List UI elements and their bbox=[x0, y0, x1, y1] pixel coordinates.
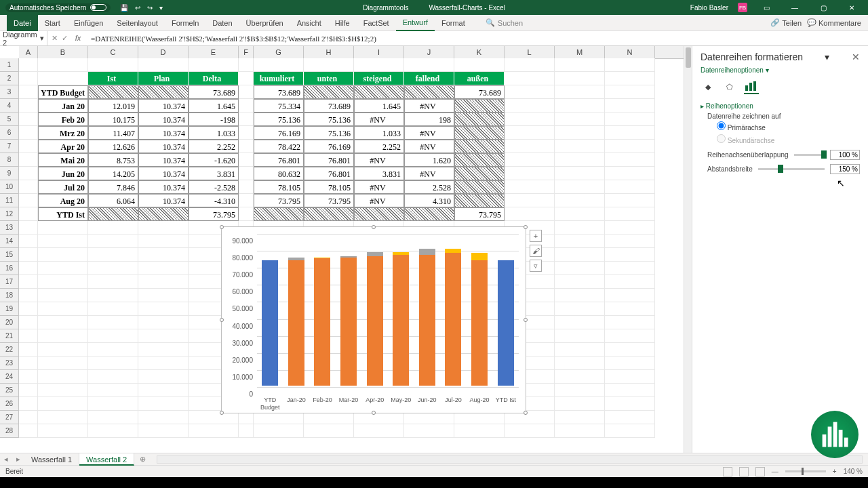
cell[interactable] bbox=[404, 424, 454, 438]
formula-input[interactable]: =DATENREIHE('Wasserfall 2'!$H$2;'Wasserf… bbox=[88, 35, 868, 43]
cell[interactable] bbox=[19, 85, 38, 99]
tab-nav-prev[interactable]: ◂ bbox=[0, 455, 12, 464]
col-header[interactable]: D bbox=[138, 46, 189, 58]
bar-segment[interactable] bbox=[340, 256, 357, 258]
cell[interactable] bbox=[404, 85, 454, 99]
cell[interactable] bbox=[19, 316, 38, 329]
cell[interactable] bbox=[19, 248, 38, 262]
row-header[interactable]: 12 bbox=[0, 207, 19, 221]
row-header[interactable]: 23 bbox=[0, 357, 19, 370]
cell[interactable] bbox=[555, 194, 605, 207]
cell[interactable]: 3.831 bbox=[354, 167, 404, 180]
row-header[interactable]: 4 bbox=[0, 99, 19, 113]
cell[interactable] bbox=[88, 248, 138, 262]
cell[interactable] bbox=[88, 207, 138, 221]
cell[interactable]: Jan 20 bbox=[38, 99, 88, 113]
cell[interactable]: 10.374 bbox=[138, 180, 189, 194]
cell[interactable]: 12.019 bbox=[88, 99, 138, 113]
ribbon-tab-überprüfen[interactable]: Überprüfen bbox=[239, 15, 290, 31]
undo-icon[interactable]: ↩ bbox=[135, 4, 140, 12]
cell[interactable]: YTD Ist bbox=[38, 207, 88, 221]
cell[interactable] bbox=[19, 302, 38, 316]
cell[interactable] bbox=[505, 180, 555, 194]
cell[interactable]: Feb 20 bbox=[38, 113, 88, 126]
cell[interactable] bbox=[555, 58, 605, 72]
cell[interactable] bbox=[555, 384, 605, 397]
cell[interactable] bbox=[38, 72, 88, 85]
col-header[interactable]: G bbox=[254, 46, 304, 58]
cell[interactable] bbox=[555, 275, 605, 289]
row-header[interactable]: 7 bbox=[0, 140, 19, 153]
ribbon-tab-einfügen[interactable]: Einfügen bbox=[67, 15, 110, 31]
enter-formula-icon[interactable]: ✓ bbox=[62, 34, 68, 43]
cell[interactable]: 76.801 bbox=[254, 153, 304, 167]
bar-segment[interactable] bbox=[288, 258, 304, 260]
cell[interactable] bbox=[38, 370, 88, 384]
cell[interactable]: 1.645 bbox=[189, 99, 239, 113]
cell[interactable]: 73.689 bbox=[189, 85, 239, 99]
cell[interactable] bbox=[19, 153, 38, 167]
cell[interactable] bbox=[505, 126, 555, 140]
cell[interactable] bbox=[38, 235, 88, 248]
cell[interactable]: #NV bbox=[404, 126, 454, 140]
ribbon-tab-format[interactable]: Format bbox=[435, 15, 472, 31]
share-button[interactable]: 🔗Teilen bbox=[770, 18, 802, 27]
cell[interactable] bbox=[454, 58, 505, 72]
vertical-scrollbar[interactable] bbox=[684, 46, 692, 453]
cell[interactable]: 10.374 bbox=[138, 140, 189, 153]
fill-icon[interactable]: ◆ bbox=[701, 79, 715, 94]
ribbon-tab-formeln[interactable]: Formeln bbox=[165, 15, 205, 31]
cell[interactable] bbox=[38, 329, 88, 343]
cell[interactable] bbox=[555, 289, 605, 302]
cell[interactable]: steigend bbox=[354, 72, 404, 85]
cell[interactable] bbox=[605, 275, 655, 289]
cell[interactable] bbox=[189, 58, 239, 72]
cell[interactable] bbox=[555, 153, 605, 167]
cell[interactable] bbox=[88, 411, 138, 424]
cell[interactable] bbox=[88, 370, 138, 384]
cell[interactable] bbox=[555, 397, 605, 411]
cell[interactable]: Mrz 20 bbox=[38, 126, 88, 140]
cell[interactable]: 2.252 bbox=[189, 140, 239, 153]
cell[interactable]: außen bbox=[454, 72, 505, 85]
bar-segment[interactable] bbox=[340, 258, 357, 386]
cell[interactable]: #NV bbox=[354, 153, 404, 167]
cell[interactable] bbox=[38, 411, 88, 424]
cell[interactable] bbox=[138, 397, 189, 411]
cell[interactable] bbox=[555, 113, 605, 126]
row-header[interactable]: 14 bbox=[0, 235, 19, 248]
cell[interactable] bbox=[138, 316, 189, 329]
cell[interactable] bbox=[38, 424, 88, 438]
col-header[interactable]: F bbox=[239, 46, 254, 58]
cell[interactable]: 2.252 bbox=[354, 140, 404, 153]
cell[interactable] bbox=[239, 180, 254, 194]
cell[interactable]: 73.795 bbox=[254, 194, 304, 207]
row-header[interactable]: 9 bbox=[0, 167, 19, 180]
cancel-formula-icon[interactable]: ✕ bbox=[52, 34, 58, 43]
cell[interactable] bbox=[19, 167, 38, 180]
cell[interactable] bbox=[454, 99, 505, 113]
row-header[interactable]: 25 bbox=[0, 384, 19, 397]
cell[interactable] bbox=[19, 262, 38, 275]
cell[interactable] bbox=[138, 207, 189, 221]
col-header[interactable]: M bbox=[555, 46, 605, 58]
ribbon-display-icon[interactable]: ▭ bbox=[757, 4, 776, 12]
cell[interactable] bbox=[304, 85, 354, 99]
cell[interactable] bbox=[555, 248, 605, 262]
cell[interactable]: 78.105 bbox=[304, 180, 354, 194]
sheet-tab[interactable]: Wasserfall 1 bbox=[24, 453, 79, 466]
cell[interactable]: 75.136 bbox=[304, 126, 354, 140]
cell[interactable]: 14.205 bbox=[88, 167, 138, 180]
bar-segment[interactable] bbox=[419, 249, 435, 256]
row-header[interactable]: 28 bbox=[0, 424, 19, 438]
cell[interactable] bbox=[605, 58, 655, 72]
cell[interactable]: 1.033 bbox=[354, 126, 404, 140]
cell[interactable] bbox=[38, 262, 88, 275]
cell[interactable] bbox=[88, 397, 138, 411]
cell[interactable] bbox=[138, 235, 189, 248]
cell[interactable] bbox=[88, 329, 138, 343]
cell[interactable] bbox=[88, 357, 138, 370]
cell[interactable] bbox=[239, 140, 254, 153]
cell[interactable] bbox=[505, 424, 555, 438]
cell[interactable] bbox=[505, 99, 555, 113]
